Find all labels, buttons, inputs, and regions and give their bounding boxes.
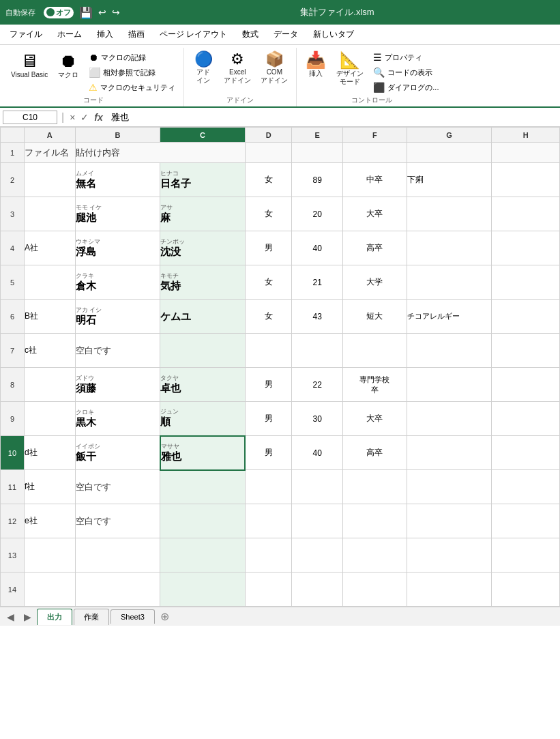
- cell-b6[interactable]: アカ イシ 明石: [75, 300, 160, 334]
- cell-d4[interactable]: 男: [245, 231, 292, 265]
- cell-g10[interactable]: [407, 436, 492, 470]
- cell-d3[interactable]: 女: [245, 197, 292, 231]
- cell-g14[interactable]: [407, 573, 492, 607]
- cell-h4[interactable]: [492, 231, 560, 265]
- add-in-button[interactable]: 🔵 アドイン: [190, 50, 217, 86]
- save-button[interactable]: 💾: [79, 6, 93, 19]
- tab-nav-right[interactable]: ▶: [20, 610, 35, 624]
- cell-f1[interactable]: [343, 143, 407, 163]
- cell-h13[interactable]: [492, 538, 560, 573]
- cell-d8[interactable]: 男: [245, 368, 292, 402]
- cell-a8[interactable]: [24, 368, 75, 402]
- cell-e11[interactable]: [292, 470, 343, 504]
- cell-d9[interactable]: 男: [245, 402, 292, 436]
- col-header-a[interactable]: A: [24, 128, 75, 143]
- menu-formula[interactable]: 数式: [235, 26, 265, 43]
- cell-e10[interactable]: 40: [292, 436, 343, 470]
- cell-d13[interactable]: [245, 538, 292, 573]
- menu-draw[interactable]: 描画: [121, 26, 151, 43]
- cell-h14[interactable]: [492, 573, 560, 607]
- cell-g3[interactable]: [407, 197, 492, 231]
- menu-file[interactable]: ファイル: [3, 26, 49, 43]
- cell-g2[interactable]: 下痢: [407, 163, 492, 197]
- cell-f8[interactable]: 専門学校卒: [343, 368, 407, 402]
- cell-a13[interactable]: [24, 538, 75, 573]
- cell-b7[interactable]: 空白です: [75, 334, 160, 368]
- cell-b12[interactable]: 空白です: [75, 504, 160, 538]
- menu-data[interactable]: データ: [267, 26, 305, 43]
- cell-a5[interactable]: [24, 265, 75, 300]
- cell-g4[interactable]: [407, 231, 492, 265]
- col-header-h[interactable]: H: [492, 128, 560, 143]
- name-box[interactable]: [3, 111, 57, 124]
- cell-a3[interactable]: [24, 197, 75, 231]
- cell-c7[interactable]: [160, 334, 246, 368]
- col-header-c[interactable]: C: [160, 128, 246, 143]
- cell-g13[interactable]: [407, 538, 492, 573]
- cell-a6[interactable]: B社: [24, 300, 75, 334]
- cell-g12[interactable]: [407, 504, 492, 538]
- cell-c12[interactable]: [160, 504, 246, 538]
- cell-b9[interactable]: クロキ 黒木: [75, 402, 160, 436]
- cell-a4[interactable]: A社: [24, 231, 75, 265]
- relative-ref-button[interactable]: ⬜ 相対参照で記録: [86, 66, 178, 79]
- cell-h8[interactable]: [492, 368, 560, 402]
- cell-h3[interactable]: [492, 197, 560, 231]
- record-macro-button[interactable]: ⏺ マクロの記録: [86, 50, 178, 64]
- cell-h7[interactable]: [492, 334, 560, 368]
- cell-b10[interactable]: イイポシ 飯干: [75, 436, 160, 470]
- cell-b1[interactable]: 貼付け内容: [75, 143, 245, 163]
- cell-c14[interactable]: [160, 573, 246, 607]
- cell-g7[interactable]: [407, 334, 492, 368]
- undo-button[interactable]: ↩: [98, 7, 106, 18]
- properties-button[interactable]: ☰ プロパティ: [370, 50, 441, 64]
- cell-d5[interactable]: 女: [245, 265, 292, 300]
- com-addin-button[interactable]: 📦 COMアドイン: [258, 50, 291, 86]
- cell-h5[interactable]: [492, 265, 560, 300]
- cell-d2[interactable]: 女: [245, 163, 292, 197]
- cell-h12[interactable]: [492, 504, 560, 538]
- cell-d14[interactable]: [245, 573, 292, 607]
- cell-f2[interactable]: 中卒: [343, 163, 407, 197]
- cell-e7[interactable]: [292, 334, 343, 368]
- cell-b14[interactable]: [75, 573, 160, 607]
- cell-f12[interactable]: [343, 504, 407, 538]
- tab-work[interactable]: 作業: [74, 609, 109, 625]
- dialog-button[interactable]: ⬛ ダイアログの...: [370, 81, 441, 94]
- menu-new-tab[interactable]: 新しいタブ: [306, 26, 361, 43]
- cell-b13[interactable]: [75, 538, 160, 573]
- cell-b2[interactable]: ムメイ 無名: [75, 163, 160, 197]
- cell-c9[interactable]: ジュン 順: [160, 402, 246, 436]
- cell-g5[interactable]: [407, 265, 492, 300]
- cell-h9[interactable]: [492, 402, 560, 436]
- confirm-button[interactable]: ✓: [79, 112, 90, 123]
- cell-d7[interactable]: [245, 334, 292, 368]
- tab-add-button[interactable]: ⊕: [156, 609, 173, 624]
- fx-button[interactable]: fx: [93, 112, 104, 123]
- cell-g8[interactable]: [407, 368, 492, 402]
- cell-d11[interactable]: [245, 470, 292, 504]
- cell-b5[interactable]: クラキ 倉木: [75, 265, 160, 300]
- macro-button[interactable]: ⏺ マクロ: [55, 50, 82, 81]
- cell-c6[interactable]: ケムユ: [160, 300, 246, 334]
- insert-control-button[interactable]: 📥 挿入: [302, 50, 329, 79]
- cell-a1[interactable]: ファイル名: [24, 143, 75, 163]
- cell-f6[interactable]: 短大: [343, 300, 407, 334]
- menu-insert[interactable]: 挿入: [90, 26, 120, 43]
- cell-c2[interactable]: ヒナコ 日名子: [160, 163, 246, 197]
- cell-f10[interactable]: 高卒: [343, 436, 407, 470]
- col-header-f[interactable]: F: [343, 128, 407, 143]
- cell-a12[interactable]: e社: [24, 504, 75, 538]
- cell-g6[interactable]: チコアレルギー: [407, 300, 492, 334]
- tab-sheet3[interactable]: Sheet3: [110, 609, 155, 624]
- tab-output[interactable]: 出力: [37, 609, 72, 625]
- cell-d12[interactable]: [245, 504, 292, 538]
- cell-c5[interactable]: キモチ 気持: [160, 265, 246, 300]
- cell-a11[interactable]: f社: [24, 470, 75, 504]
- formula-input[interactable]: [107, 111, 557, 124]
- cell-f11[interactable]: [343, 470, 407, 504]
- col-header-b[interactable]: B: [75, 128, 160, 143]
- cell-a14[interactable]: [24, 573, 75, 607]
- cell-f13[interactable]: [343, 538, 407, 573]
- cell-e3[interactable]: 20: [292, 197, 343, 231]
